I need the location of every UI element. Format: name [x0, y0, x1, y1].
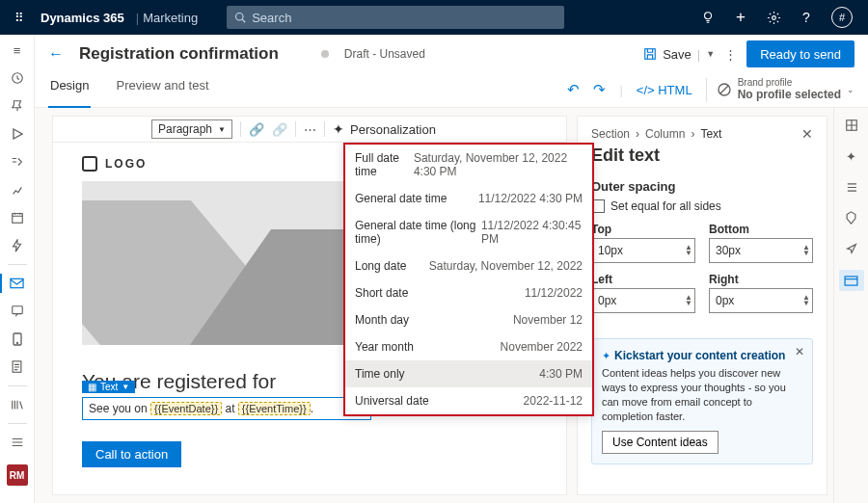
page-title: Registration confirmation [79, 44, 279, 64]
editor-toolbar: Paragraph▼ 🔗 🔗 ⋯ ✦Personalization [52, 116, 567, 143]
styles-icon[interactable] [842, 208, 861, 227]
use-content-ideas-button[interactable]: Use Content ideas [602, 431, 719, 454]
hamburger-icon[interactable]: ≡ [8, 40, 27, 60]
sparkle-icon: ✦ [602, 350, 610, 361]
close-callout-icon[interactable]: ✕ [795, 345, 804, 358]
cta-button[interactable]: Call to action [82, 441, 181, 467]
search-input[interactable]: Search [227, 6, 564, 29]
status-dot [321, 50, 329, 58]
equal-sides-checkbox[interactable]: Set equal for all sides [591, 199, 813, 213]
app-launcher-icon[interactable]: ⠿ [6, 11, 33, 25]
image-placeholder[interactable] [82, 181, 371, 345]
element-tag[interactable]: ▦Text▼ [82, 381, 135, 393]
brand-name[interactable]: Dynamics 365 [33, 11, 132, 25]
date-option-selected[interactable]: Time only4:30 PM [345, 360, 592, 387]
analytics-icon[interactable] [8, 180, 27, 199]
svg-marker-5 [14, 129, 22, 139]
global-topbar: ⠿ Dynamics 365 | Marketing Search + ? # [0, 0, 868, 35]
more-icon[interactable]: ⋯ [304, 122, 316, 137]
svg-point-0 [236, 13, 244, 21]
date-option[interactable]: Month dayNovember 12 [345, 306, 592, 333]
target-icon[interactable] [842, 239, 861, 258]
push-icon[interactable] [8, 330, 27, 349]
svg-rect-15 [845, 276, 857, 284]
library-icon[interactable] [8, 395, 27, 414]
unlink-icon[interactable]: 🔗 [272, 122, 287, 137]
journey-icon[interactable] [8, 152, 27, 172]
tab-design[interactable]: Design [48, 73, 91, 108]
date-option[interactable]: Universal date2022-11-12 [345, 387, 592, 414]
token-event-date[interactable]: {{EventDate}} [150, 402, 222, 415]
avatar[interactable]: # [831, 7, 853, 28]
properties-panel: Section› Column› Text ✕ Edit text Outer … [577, 116, 827, 495]
forms-icon[interactable] [8, 357, 27, 377]
personalization-button[interactable]: ✦Personalization [333, 121, 436, 137]
properties-icon[interactable] [839, 270, 864, 291]
svg-rect-6 [12, 214, 22, 224]
redo-icon[interactable]: ↷ [593, 81, 606, 98]
brand-profile-dropdown[interactable]: Brand profileNo profile selected ⌄ [706, 78, 854, 101]
date-option[interactable]: Short date11/12/2022 [345, 279, 592, 306]
email-icon[interactable] [8, 274, 27, 293]
status-text: Draft - Unsaved [344, 47, 425, 61]
sparkle-icon[interactable]: ✦ [842, 146, 861, 166]
svg-point-2 [705, 13, 712, 19]
elements-icon[interactable] [842, 116, 861, 135]
settings-icon[interactable] [766, 10, 781, 25]
panel-title: Edit text [591, 146, 813, 166]
undo-icon[interactable]: ↶ [567, 81, 580, 98]
date-format-menu: Full date timeSaturday, November 12, 202… [343, 143, 594, 416]
date-option[interactable]: Long dateSaturday, November 12, 2022 [345, 252, 592, 279]
overflow-icon[interactable]: ⋮ [724, 47, 737, 62]
pin-icon[interactable] [8, 96, 27, 116]
svg-point-10 [16, 343, 17, 344]
calendar-icon[interactable] [8, 208, 27, 227]
save-icon [643, 47, 657, 61]
separator [8, 264, 27, 265]
play-icon[interactable] [8, 124, 27, 144]
triggers-icon[interactable] [8, 236, 27, 255]
command-bar: ← Registration confirmation Draft - Unsa… [35, 35, 868, 73]
persona-badge[interactable]: RM [7, 464, 28, 486]
logo-icon [82, 156, 97, 172]
prohibit-icon [717, 82, 732, 97]
ready-to-send-button[interactable]: Ready to send [746, 40, 854, 67]
tab-row: Design Preview and test ↶ ↷ | </> HTML B… [35, 73, 868, 108]
right-input[interactable]: 0px▲▼ [709, 288, 813, 313]
link-icon[interactable]: 🔗 [249, 122, 264, 137]
token-event-time[interactable]: {{EventTime}} [238, 402, 311, 415]
svg-rect-7 [11, 278, 23, 287]
content-ideas-callout: ✕ ✦Kickstart your content creation Conte… [591, 338, 813, 464]
left-input[interactable]: 0px▲▼ [591, 288, 695, 313]
date-option[interactable]: Full date timeSaturday, November 12, 202… [345, 145, 592, 185]
back-icon[interactable]: ← [48, 45, 64, 63]
separator [8, 385, 27, 386]
bottom-input[interactable]: 30px▲▼ [709, 238, 813, 263]
list-icon[interactable] [842, 177, 861, 197]
save-button[interactable]: Save |▼ [643, 47, 715, 62]
svg-point-3 [772, 15, 775, 19]
close-panel-icon[interactable]: ✕ [801, 126, 813, 142]
clock-icon[interactable] [8, 68, 27, 88]
help-icon[interactable]: ? [799, 10, 814, 25]
more-options-icon[interactable] [8, 433, 27, 452]
add-icon[interactable]: + [733, 10, 748, 25]
text-edit-box[interactable]: ▦Text▼ See you on {{EventDate}} at {{Eve… [82, 397, 371, 420]
logo-text: LOGO [105, 157, 147, 171]
right-tool-rail: ✦ [833, 108, 868, 503]
top-input[interactable]: 10px▲▼ [591, 238, 695, 263]
search-icon [234, 12, 246, 23]
left-nav-rail: ≡ RM [0, 35, 35, 503]
lightbulb-icon[interactable] [700, 10, 716, 25]
tab-preview[interactable]: Preview and test [114, 73, 210, 108]
svg-rect-12 [645, 49, 656, 60]
sms-icon[interactable] [8, 302, 27, 321]
product-name[interactable]: Marketing [143, 11, 198, 25]
paragraph-dropdown[interactable]: Paragraph▼ [151, 119, 232, 139]
breadcrumb: Section› Column› Text [591, 127, 721, 141]
html-link[interactable]: </> HTML [637, 83, 692, 97]
svg-rect-8 [12, 306, 22, 314]
date-option[interactable]: General date time11/12/2022 4:30 PM [345, 185, 592, 212]
date-option[interactable]: General date time (long time)11/12/2022 … [345, 212, 592, 252]
date-option[interactable]: Year monthNovember 2022 [345, 333, 592, 360]
